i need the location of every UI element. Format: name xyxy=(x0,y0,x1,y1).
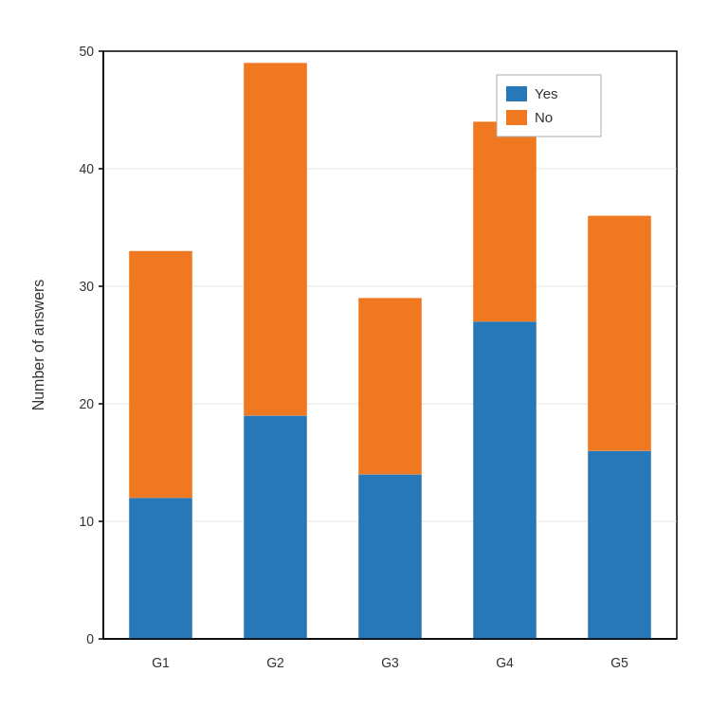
svg-text:10: 10 xyxy=(79,514,94,529)
svg-text:50: 50 xyxy=(79,44,94,59)
no-bar xyxy=(244,63,307,415)
yes-bar xyxy=(358,474,422,639)
y-axis-label: Number of answers xyxy=(30,280,46,411)
yes-bar xyxy=(588,451,651,639)
no-bar xyxy=(588,216,651,451)
x-tick-label: G1 xyxy=(152,655,170,670)
svg-text:20: 20 xyxy=(79,396,94,411)
svg-text:40: 40 xyxy=(79,161,94,176)
legend-box xyxy=(497,75,601,136)
svg-text:0: 0 xyxy=(86,631,94,646)
x-tick-label: G5 xyxy=(610,655,628,670)
yes-bar xyxy=(129,498,192,639)
no-bar xyxy=(129,251,192,498)
legend-no-label: No xyxy=(535,109,553,125)
no-bar xyxy=(358,298,422,474)
x-tick-label: G3 xyxy=(381,655,399,670)
legend-yes-label: Yes xyxy=(535,85,557,101)
svg-rect-20 xyxy=(506,110,527,125)
yes-bar xyxy=(473,321,537,639)
yes-bar xyxy=(244,415,307,639)
x-tick-label: G2 xyxy=(266,655,284,670)
x-tick-label: G4 xyxy=(496,655,514,670)
svg-text:30: 30 xyxy=(79,279,94,294)
svg-rect-19 xyxy=(506,86,527,101)
no-bar xyxy=(473,121,537,321)
chart-container: 01020304050Number of answersG1G2G3G4G5Ye… xyxy=(23,23,705,705)
